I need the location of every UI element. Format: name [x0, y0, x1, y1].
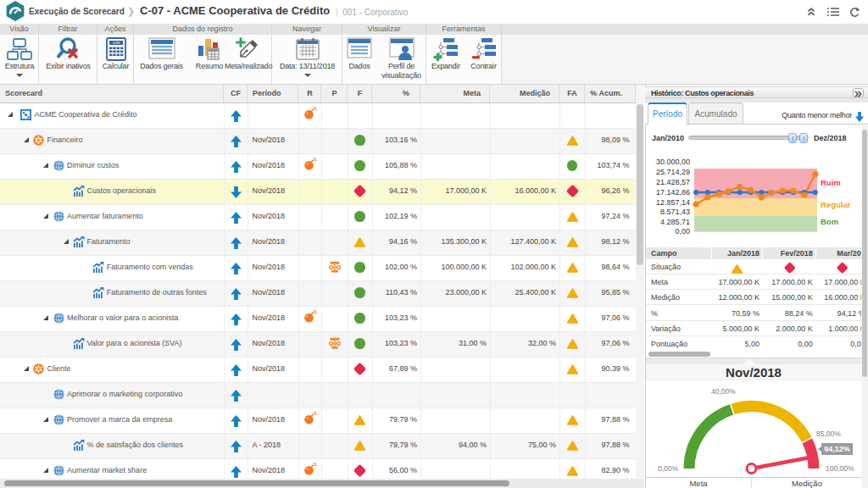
svg-text:6;99: 6;99: [113, 41, 120, 45]
